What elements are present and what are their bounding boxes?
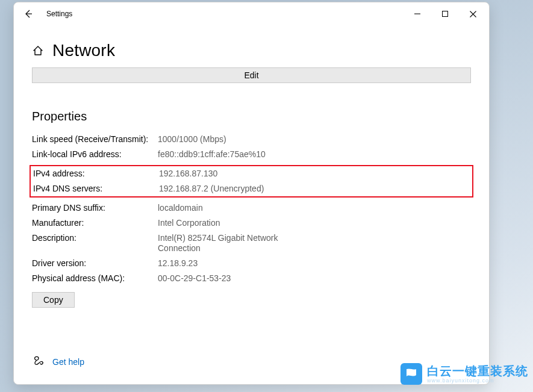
property-label: Physical address (MAC):	[32, 273, 158, 284]
property-label: Driver version:	[32, 258, 158, 269]
page-title: Network	[52, 41, 115, 60]
property-value: 192.168.87.130	[159, 169, 217, 179]
watermark-brand: 白云一键重装系统 www.baiyunxitong.com	[401, 363, 528, 385]
home-icon	[32, 45, 45, 57]
property-row: Driver version: 12.18.9.23	[32, 258, 471, 269]
property-value: 00-0C-29-C1-53-23	[158, 273, 231, 284]
property-row: IPv4 address: 192.168.87.130	[33, 169, 470, 179]
brand-title: 白云一键重装系统	[427, 365, 528, 377]
property-value: fe80::ddb9:1cff:afe:75ae%10	[158, 149, 266, 160]
property-label: IPv4 address:	[33, 169, 159, 179]
back-button[interactable]	[14, 2, 43, 25]
svg-rect-1	[443, 11, 448, 17]
brand-url: www.baiyunxitong.com	[427, 378, 528, 384]
content: Network Edit Properties Link speed (Rece…	[14, 25, 489, 384]
property-value: Intel Corporation	[158, 218, 220, 228]
help-icon	[33, 355, 44, 369]
property-row: IPv4 DNS servers: 192.168.87.2 (Unencryp…	[33, 184, 470, 194]
maximize-button[interactable]	[431, 2, 459, 25]
property-label: Primary DNS suffix:	[32, 203, 158, 213]
property-value: Intel(R) 82574L Gigabit Network Connecti…	[158, 233, 296, 254]
brand-logo-icon	[401, 363, 422, 385]
settings-window: Settings Network Edit Properties Link sp…	[13, 2, 490, 385]
titlebar: Settings	[14, 2, 489, 25]
section-title: Properties	[32, 110, 471, 123]
property-row: Link speed (Receive/Transmit): 1000/1000…	[32, 134, 471, 145]
get-help-link[interactable]: Get help	[52, 357, 84, 367]
property-label: Link-local IPv6 address:	[32, 149, 158, 160]
property-row: Physical address (MAC): 00-0C-29-C1-53-2…	[32, 273, 471, 284]
minimize-button[interactable]	[404, 2, 431, 25]
property-row: Link-local IPv6 address: fe80::ddb9:1cff…	[32, 149, 471, 160]
highlight-annotation: IPv4 address: 192.168.87.130 IPv4 DNS se…	[30, 165, 473, 198]
property-label: Description:	[32, 233, 158, 254]
property-label: IPv4 DNS servers:	[33, 184, 159, 194]
property-row: Primary DNS suffix: localdomain	[32, 203, 471, 213]
close-button[interactable]	[459, 2, 487, 25]
property-value: 12.18.9.23	[158, 258, 198, 269]
page-header: Network	[32, 41, 471, 60]
property-value: localdomain	[158, 203, 203, 213]
brand-text: 白云一键重装系统 www.baiyunxitong.com	[427, 365, 528, 384]
property-value: 1000/1000 (Mbps)	[158, 134, 226, 145]
property-row: Manufacturer: Intel Corporation	[32, 218, 471, 228]
property-label: Link speed (Receive/Transmit):	[32, 134, 158, 145]
property-label: Manufacturer:	[32, 218, 158, 228]
property-row: Description: Intel(R) 82574L Gigabit Net…	[32, 233, 471, 254]
properties-list: Link speed (Receive/Transmit): 1000/1000…	[32, 134, 471, 284]
window-title: Settings	[46, 10, 72, 18]
edit-button[interactable]: Edit	[32, 67, 471, 83]
copy-button[interactable]: Copy	[32, 292, 75, 308]
window-controls	[404, 2, 487, 25]
property-value: 192.168.87.2 (Unencrypted)	[159, 184, 264, 194]
